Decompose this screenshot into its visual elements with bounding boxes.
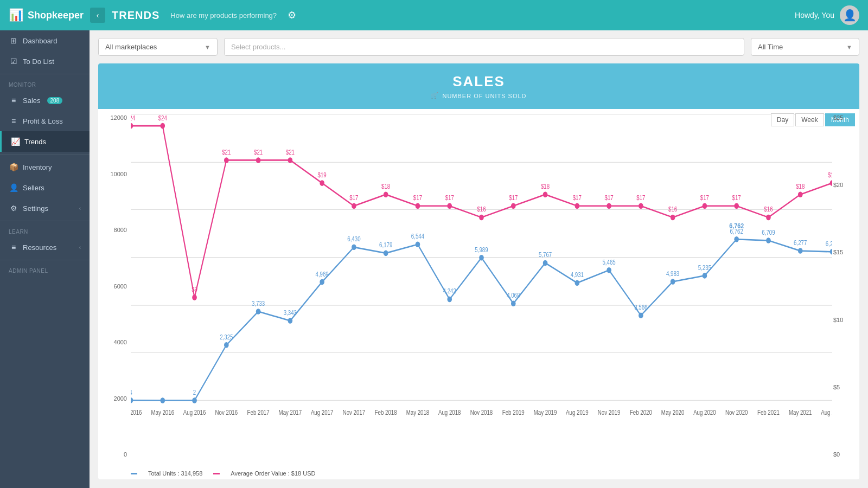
svg-point-103 [256, 157, 261, 163]
svg-text:Feb 2020: Feb 2020 [630, 409, 652, 416]
svg-text:6,544: 6,544 [411, 233, 424, 240]
sidebar-item-trends[interactable]: 📈 Trends [0, 131, 90, 152]
svg-text:5,465: 5,465 [602, 259, 615, 266]
svg-point-100 [160, 123, 165, 129]
svg-text:$19: $19 [318, 171, 327, 178]
monitor-section-label: MONITOR [0, 76, 90, 90]
svg-text:2: 2 [193, 389, 196, 396]
svg-text:Aug 2020: Aug 2020 [693, 409, 716, 416]
svg-text:Aug 2018: Aug 2018 [438, 409, 461, 416]
time-filter-label: All Time [758, 43, 783, 51]
svg-text:$17: $17 [413, 194, 422, 201]
svg-text:$9: $9 [192, 286, 197, 293]
svg-text:5,989: 5,989 [475, 246, 488, 253]
y-label-right-25: $25 [833, 114, 855, 121]
sales-icon: ≡ [9, 96, 18, 105]
svg-text:$16: $16 [668, 206, 677, 213]
svg-point-107 [384, 191, 388, 197]
main-content: All marketplaces ▼ Select products... Al… [90, 30, 868, 488]
svg-point-83 [352, 245, 356, 251]
sellers-icon: 👤 [9, 183, 18, 192]
svg-text:3,733: 3,733 [252, 300, 265, 307]
sidebar-label-resources: Resources [23, 243, 56, 252]
svg-text:Nov 2016: Nov 2016 [215, 409, 238, 416]
inventory-icon: 📦 [9, 163, 18, 171]
svg-point-78 [192, 397, 197, 403]
profit-loss-icon: ≡ [9, 117, 18, 125]
svg-point-108 [416, 203, 420, 209]
sidebar-label-dashboard: Dashboard [23, 37, 58, 45]
page-title: TRENDS [112, 9, 159, 22]
svg-point-86 [447, 297, 452, 303]
svg-point-104 [288, 157, 293, 163]
svg-point-84 [384, 251, 388, 256]
chart-subtitle-text: NUMBER OF UNITS SOLD [442, 93, 526, 99]
y-label-right-15: $15 [833, 249, 855, 255]
sidebar-label-todo: To Do List [23, 57, 54, 66]
resources-arrow-icon: ‹ [79, 245, 81, 251]
products-filter[interactable]: Select products... [224, 38, 744, 56]
svg-text:$17: $17 [605, 194, 614, 201]
logo-icon: 📊 [9, 8, 23, 22]
svg-text:$17: $17 [573, 194, 582, 201]
resources-icon: ≡ [9, 243, 18, 252]
svg-text:4,931: 4,931 [571, 271, 584, 278]
y-label-right-5: $5 [833, 384, 855, 390]
svg-point-112 [543, 191, 548, 197]
time-filter[interactable]: All Time ▼ [751, 38, 859, 56]
products-filter-placeholder: Select products... [231, 43, 285, 51]
svg-point-118 [734, 203, 739, 209]
svg-text:6,430: 6,430 [347, 235, 360, 242]
svg-point-96 [766, 237, 771, 243]
legend-blue-line [131, 473, 137, 474]
svg-point-94 [703, 273, 707, 279]
settings-icon[interactable]: ⚙ [288, 9, 296, 21]
sidebar-label-sellers: Sellers [23, 184, 44, 192]
svg-text:5,767: 5,767 [539, 251, 552, 258]
legend-pink-label: Average Order Value : $18 USD [231, 470, 315, 477]
y-label-4000: 4000 [103, 339, 127, 345]
page-subtitle: How are my products performing? [170, 11, 277, 20]
svg-text:Aug 2017: Aug 2017 [311, 409, 333, 416]
sidebar-label-inventory: Inventory [23, 163, 52, 171]
svg-text:$21: $21 [286, 149, 295, 156]
chart-legend: Total Units : 314,958 Average Order Valu… [131, 470, 315, 477]
sidebar-item-sales[interactable]: ≡ Sales 208 [0, 90, 90, 111]
marketplace-filter[interactable]: All marketplaces ▼ [98, 38, 218, 56]
nav-collapse-button[interactable]: ‹ [90, 8, 105, 23]
sidebar-item-profit-loss[interactable]: ≡ Profit & Loss [0, 111, 90, 131]
topbar-right: Howdy, You 👤 [795, 5, 859, 25]
topbar-left: 📊 Shopkeeper ‹ TRENDS How are my product… [9, 8, 296, 23]
sidebar-label-trends: Trends [24, 138, 46, 146]
svg-point-102 [224, 157, 229, 163]
time-dropdown-icon: ▼ [846, 44, 852, 50]
svg-point-92 [639, 312, 643, 318]
svg-text:Feb 2021: Feb 2021 [757, 409, 780, 416]
svg-text:Nov 2017: Nov 2017 [343, 409, 365, 416]
chart-svg: Feb 2016May 2016Aug 2016Nov 2016Feb 2017… [131, 114, 832, 458]
svg-text:$18: $18 [796, 183, 805, 190]
sidebar-item-resources[interactable]: ≡ Resources ‹ [0, 237, 90, 258]
sidebar-item-inventory[interactable]: 📦 Inventory [0, 157, 90, 177]
week-button[interactable]: Week [795, 113, 824, 126]
day-button[interactable]: Day [771, 113, 794, 126]
y-axis-right: $0 $5 $10 $15 $20 $25 [829, 114, 859, 458]
admin-section-label: ADMIN PANEL [0, 262, 90, 276]
sidebar-item-todo[interactable]: ☑ To Do List [0, 51, 90, 72]
svg-text:$17: $17 [509, 194, 518, 201]
svg-text:6,277: 6,277 [794, 239, 807, 246]
legend-pink-line [213, 473, 220, 474]
sidebar-item-dashboard[interactable]: ⊞ Dashboard [0, 30, 90, 51]
sidebar-item-sellers[interactable]: 👤 Sellers [0, 177, 90, 198]
svg-text:$17: $17 [700, 194, 709, 201]
sidebar-item-settings[interactable]: ⚙ Settings ‹ [0, 198, 90, 219]
y-label-12000: 12000 [103, 114, 127, 121]
svg-point-106 [352, 203, 356, 209]
svg-text:4,068: 4,068 [507, 292, 520, 299]
svg-text:6,179: 6,179 [379, 241, 392, 248]
avatar[interactable]: 👤 [840, 5, 859, 25]
svg-text:2,325: 2,325 [220, 333, 233, 341]
svg-text:3,566: 3,566 [634, 304, 647, 311]
svg-text:$21: $21 [254, 149, 263, 156]
trends-icon: 📈 [10, 137, 20, 146]
